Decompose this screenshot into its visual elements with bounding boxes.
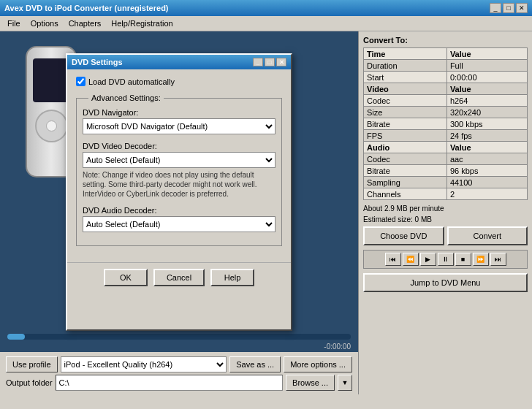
table-cell-value: 2 — [446, 188, 527, 200]
table-cell-label: Channels — [364, 188, 447, 200]
play-button[interactable]: ▶ — [420, 253, 436, 266]
table-cell-value: 0:00:00 — [446, 72, 527, 83]
table-row: Codecaac — [364, 153, 528, 165]
load-dvd-checkbox[interactable] — [76, 77, 86, 86]
left-panel: -0:00:00 Use profile iPod - Excellent Qu… — [0, 31, 358, 394]
table-row: DurationFull — [364, 60, 528, 72]
output-path-input[interactable] — [56, 375, 284, 391]
media-controls: ⏮ ⏪ ▶ ⏸ ■ ⏩ ⏭ — [363, 250, 528, 269]
main-content: -0:00:00 Use profile iPod - Excellent Qu… — [0, 31, 532, 394]
table-row: AudioValue — [364, 142, 528, 153]
menu-options[interactable]: Options — [26, 18, 63, 29]
table-cell-label: Codec — [364, 153, 447, 165]
forward-button[interactable]: ⏩ — [473, 253, 489, 266]
profile-select[interactable]: iPod - Excellent Quality (h264) — [61, 356, 227, 372]
rewind-button[interactable]: ⏪ — [403, 253, 419, 266]
output-folder-label: Output folder — [6, 378, 53, 387]
load-dvd-label: Load DVD automatically — [88, 77, 175, 86]
title-bar-text: Avex DVD to iPod Converter (unregistered… — [4, 4, 169, 12]
modal-footer: OK Cancel Help — [67, 262, 291, 292]
title-bar: Avex DVD to iPod Converter (unregistered… — [0, 0, 532, 16]
modal-body: Load DVD automatically Advanced Settings… — [67, 69, 291, 262]
table-cell-label: Bitrate — [364, 118, 447, 130]
info-table: TimeValueDurationFullStart0:00:00VideoVa… — [363, 47, 528, 200]
table-cell-label: Codec — [364, 95, 447, 107]
maximize-button[interactable]: □ — [503, 3, 514, 13]
table-cell-value: Full — [446, 60, 527, 72]
table-cell-value: Value — [446, 142, 527, 153]
table-cell-value: 24 fps — [446, 130, 527, 142]
modal-minimize-button[interactable]: _ — [253, 58, 263, 66]
table-cell-value: 44100 — [446, 177, 527, 188]
pause-button[interactable]: ⏸ — [438, 253, 454, 266]
browse-button[interactable]: Browse ... — [286, 375, 335, 391]
menu-chapters[interactable]: Chapters — [64, 18, 106, 29]
table-cell-label: Video — [364, 83, 447, 95]
table-cell-label: FPS — [364, 130, 447, 142]
stop-button[interactable]: ■ — [455, 253, 471, 266]
modal-title: DVD Settings — [72, 58, 123, 66]
main-buttons-row: Choose DVD Convert — [363, 226, 528, 245]
use-profile-button[interactable]: Use profile — [6, 356, 58, 372]
minimize-button[interactable]: _ — [490, 3, 501, 13]
menu-bar: File Options Chapters Help/Registration — [0, 16, 532, 31]
save-as-button[interactable]: Save as ... — [229, 356, 281, 372]
table-row: Codech264 — [364, 95, 528, 107]
modal-overlay: DVD Settings _ □ ✕ Load DVD automaticall… — [0, 31, 358, 353]
ok-button[interactable]: OK — [104, 269, 148, 286]
app-title: Avex DVD to iPod Converter (unregistered… — [4, 4, 169, 12]
estimated-size: Estimated size: 0 MB — [363, 215, 528, 223]
table-cell-value: 300 kbps — [446, 118, 527, 130]
table-cell-value: 96 kbps — [446, 165, 527, 177]
dvd-video-decoder-group: DVD Video Decoder: Auto Select (Default)… — [83, 142, 276, 199]
menu-file[interactable]: File — [3, 18, 25, 29]
table-row: Start0:00:00 — [364, 72, 528, 83]
browse-dropdown-arrow[interactable]: ▼ — [338, 375, 352, 391]
more-options-button[interactable]: More options ... — [284, 356, 352, 372]
table-row: Bitrate96 kbps — [364, 165, 528, 177]
convert-button[interactable]: Convert — [447, 226, 528, 245]
table-cell-label: Sampling — [364, 177, 447, 188]
choose-dvd-button[interactable]: Choose DVD — [363, 226, 444, 245]
load-dvd-row: Load DVD automatically — [76, 77, 282, 86]
jump-to-dvd-menu-button[interactable]: Jump to DVD Menu — [363, 273, 528, 292]
table-cell-value: aac — [446, 153, 527, 165]
help-button[interactable]: Help — [210, 269, 254, 286]
right-panel: Convert To: TimeValueDurationFullStart0:… — [358, 31, 532, 394]
dvd-audio-decoder-select[interactable]: Auto Select (Default) — [83, 216, 276, 232]
dvd-video-decoder-note: Note: Change if video does not play usin… — [83, 170, 276, 199]
dvd-navigator-label: DVD Navigator: — [83, 108, 276, 117]
dvd-navigator-select[interactable]: Microsoft DVD Navigator (Default) — [83, 118, 276, 134]
table-row: Size320x240 — [364, 107, 528, 118]
table-cell-label: Start — [364, 72, 447, 83]
dvd-audio-decoder-label: DVD Audio Decoder: — [83, 206, 276, 215]
table-cell-value: Value — [446, 48, 527, 60]
table-cell-value: Value — [446, 83, 527, 95]
table-row: VideoValue — [364, 83, 528, 95]
advanced-settings-legend: Advanced Settings: — [88, 93, 164, 102]
table-cell-label: Bitrate — [364, 165, 447, 177]
cancel-button[interactable]: Cancel — [153, 269, 205, 286]
table-row: TimeValue — [364, 48, 528, 60]
table-cell-label: Duration — [364, 60, 447, 72]
next-button[interactable]: ⏭ — [490, 253, 506, 266]
title-bar-controls: _ □ ✕ — [490, 3, 528, 13]
profile-row: Use profile iPod - Excellent Quality (h2… — [6, 356, 352, 372]
modal-close-button[interactable]: ✕ — [276, 58, 286, 66]
table-row: FPS24 fps — [364, 130, 528, 142]
menu-help[interactable]: Help/Registration — [107, 18, 177, 29]
close-button[interactable]: ✕ — [516, 3, 528, 13]
advanced-settings-fieldset: Advanced Settings: DVD Navigator: Micros… — [76, 93, 282, 246]
bottom-controls: Use profile iPod - Excellent Quality (h2… — [0, 352, 358, 394]
table-cell-label: Size — [364, 107, 447, 118]
table-row: Channels2 — [364, 188, 528, 200]
dvd-audio-decoder-group: DVD Audio Decoder: Auto Select (Default) — [83, 206, 276, 232]
dvd-video-decoder-select[interactable]: Auto Select (Default) — [83, 152, 276, 168]
dvd-video-decoder-label: DVD Video Decoder: — [83, 142, 276, 150]
output-row: Output folder Browse ... ▼ — [6, 375, 352, 391]
table-cell-value: h264 — [446, 95, 527, 107]
convert-to-title: Convert To: — [363, 36, 528, 45]
table-row: Bitrate300 kbps — [364, 118, 528, 130]
modal-maximize-button[interactable]: □ — [265, 58, 275, 66]
prev-button[interactable]: ⏮ — [385, 253, 401, 266]
